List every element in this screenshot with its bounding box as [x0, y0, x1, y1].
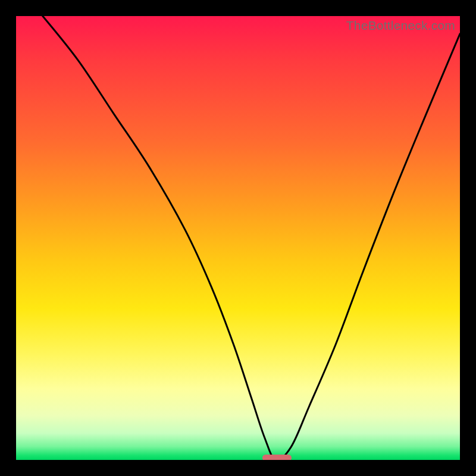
bottleneck-curve: [16, 16, 460, 460]
plot-area: TheBottleneck.com: [16, 16, 460, 460]
chart-frame: TheBottleneck.com: [0, 0, 476, 476]
optimal-range-marker: [262, 455, 291, 461]
